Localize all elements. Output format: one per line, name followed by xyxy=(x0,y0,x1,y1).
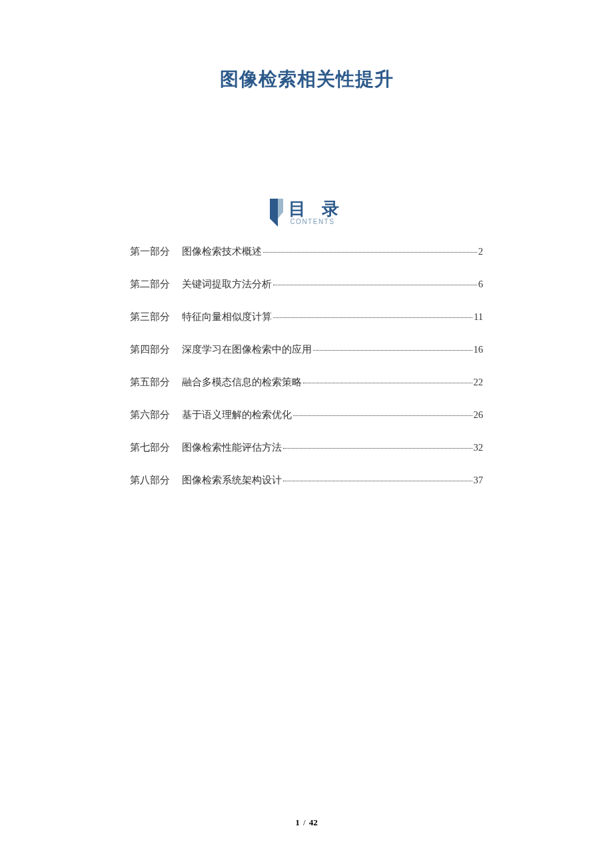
toc-row: 第五部分 融合多模态信息的检索策略 22 xyxy=(130,376,483,389)
footer-current-page: 1 xyxy=(295,817,300,827)
toc-part-label: 第三部分 xyxy=(130,311,170,323)
toc-chapter-title: 深度学习在图像检索中的应用 xyxy=(182,343,312,356)
toc-part-label: 第六部分 xyxy=(130,409,170,421)
toc-page-number: 6 xyxy=(478,279,483,290)
toc-leader-dots xyxy=(283,448,472,449)
toc-chapter-title: 图像检索技术概述 xyxy=(182,245,262,258)
toc-row: 第七部分 图像检索性能评估方法 32 xyxy=(130,441,483,454)
document-title: 图像检索相关性提升 xyxy=(77,67,536,92)
toc-leader-dots xyxy=(303,383,472,383)
page-footer: 1 / 42 xyxy=(0,817,613,828)
toc-page-number: 26 xyxy=(474,409,484,421)
toc-leader-dots xyxy=(313,350,472,351)
toc-header: 目 录 CONTENTS xyxy=(77,199,536,227)
toc-title-cn: 目 录 xyxy=(289,200,344,217)
toc-chapter-title: 特征向量相似度计算 xyxy=(182,311,272,323)
toc-title: 目 录 CONTENTS xyxy=(289,200,344,225)
toc-leader-dots xyxy=(263,252,477,253)
toc-row: 第六部分 基于语义理解的检索优化 26 xyxy=(130,409,483,421)
toc-part-label: 第二部分 xyxy=(130,278,170,291)
toc-chapter-title: 融合多模态信息的检索策略 xyxy=(182,376,302,389)
toc-part-label: 第五部分 xyxy=(130,376,170,389)
svg-marker-0 xyxy=(270,199,278,227)
toc-part-label: 第一部分 xyxy=(130,245,170,258)
toc-chapter-title: 图像检索性能评估方法 xyxy=(182,441,282,454)
toc-row: 第二部分 关键词提取方法分析 6 xyxy=(130,278,483,291)
toc-leader-dots xyxy=(273,317,472,318)
toc-page-number: 16 xyxy=(474,344,484,355)
toc-page-number: 11 xyxy=(474,311,483,323)
footer-separator: / xyxy=(303,817,306,827)
toc-leader-dots xyxy=(273,285,477,285)
toc-chapter-title: 关键词提取方法分析 xyxy=(182,278,272,291)
toc-bookmark-icon xyxy=(269,199,283,227)
toc-part-label: 第八部分 xyxy=(130,474,170,487)
toc-part-label: 第七部分 xyxy=(130,441,170,454)
toc-list: 第一部分 图像检索技术概述 2 第二部分 关键词提取方法分析 6 第三部分 特征… xyxy=(77,245,536,487)
svg-marker-1 xyxy=(278,199,283,219)
footer-total-pages: 42 xyxy=(309,817,318,827)
toc-page-number: 32 xyxy=(474,442,484,453)
toc-leader-dots xyxy=(283,481,472,481)
toc-part-label: 第四部分 xyxy=(130,343,170,356)
document-page: 图像检索相关性提升 目 录 CONTENTS 第一部分 图像检索技术概述 2 第… xyxy=(0,0,613,487)
toc-chapter-title: 基于语义理解的检索优化 xyxy=(182,409,292,421)
toc-row: 第四部分 深度学习在图像检索中的应用 16 xyxy=(130,343,483,356)
toc-chapter-title: 图像检索系统架构设计 xyxy=(182,474,282,487)
toc-row: 第八部分 图像检索系统架构设计 37 xyxy=(130,474,483,487)
toc-page-number: 37 xyxy=(474,475,484,486)
toc-page-number: 22 xyxy=(474,377,484,388)
toc-row: 第三部分 特征向量相似度计算 11 xyxy=(130,311,483,323)
toc-leader-dots xyxy=(293,415,472,416)
toc-title-en: CONTENTS xyxy=(290,219,334,225)
toc-page-number: 2 xyxy=(478,246,483,257)
toc-row: 第一部分 图像检索技术概述 2 xyxy=(130,245,483,258)
